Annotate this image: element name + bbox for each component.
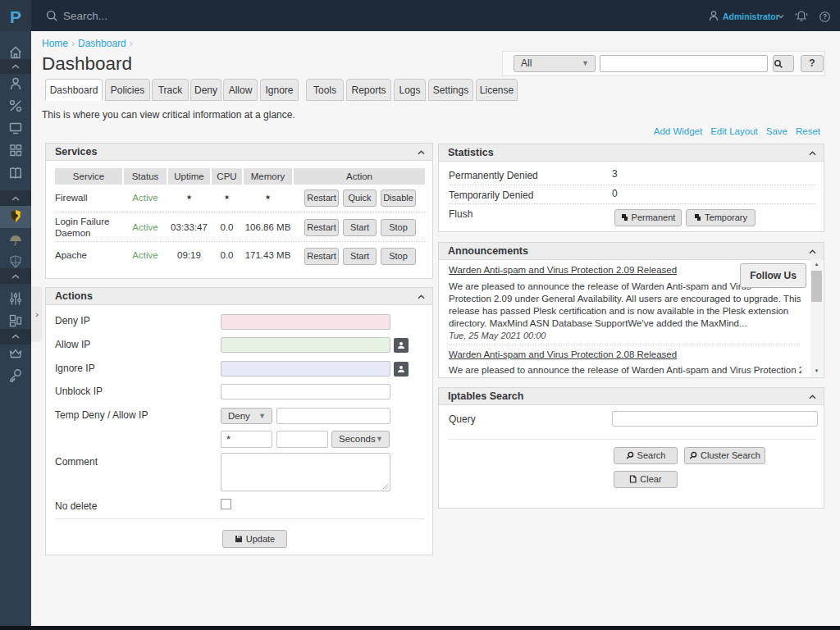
svg-text:?: ? (823, 12, 827, 21)
